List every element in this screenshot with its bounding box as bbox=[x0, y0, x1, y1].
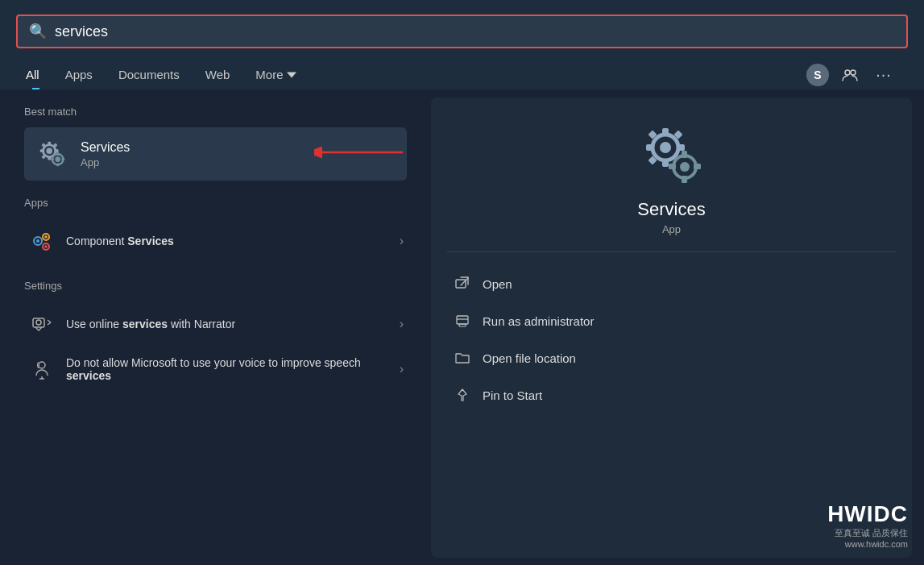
svg-point-34 bbox=[660, 142, 671, 153]
svg-rect-4 bbox=[48, 142, 51, 146]
search-input[interactable] bbox=[55, 23, 895, 40]
right-panel-icon bbox=[640, 122, 704, 186]
svg-point-30 bbox=[39, 362, 45, 368]
watermark: HWIDC 至真至诚 品质保住 www.hwidc.com bbox=[827, 501, 908, 549]
left-panel: Best match bbox=[0, 89, 431, 565]
avatar-button[interactable]: S bbox=[806, 64, 829, 86]
action-open[interactable]: Open bbox=[447, 265, 896, 302]
svg-point-3 bbox=[46, 147, 52, 154]
tabs-row: All Apps Documents Web More S bbox=[16, 60, 908, 89]
chevron-down-icon bbox=[287, 70, 296, 80]
right-panel-divider bbox=[447, 251, 896, 252]
svg-rect-13 bbox=[56, 152, 59, 156]
component-services-item[interactable]: Component Services › bbox=[24, 218, 407, 264]
search-icon: 🔍 bbox=[29, 23, 47, 40]
watermark-tagline: 至真至诚 品质保住 bbox=[827, 527, 908, 539]
svg-point-22 bbox=[44, 235, 48, 239]
tab-more[interactable]: More bbox=[242, 60, 309, 89]
people-icon-button[interactable] bbox=[837, 62, 863, 88]
svg-rect-15 bbox=[51, 158, 54, 160]
svg-rect-46 bbox=[669, 164, 676, 169]
search-bar: 🔍 bbox=[16, 15, 908, 48]
svg-rect-36 bbox=[662, 159, 669, 167]
svg-rect-50 bbox=[457, 316, 468, 324]
best-match-label: Best match bbox=[24, 106, 407, 118]
svg-point-12 bbox=[55, 156, 60, 162]
speech-settings-item[interactable]: Do not allow Microsoft to use your voice… bbox=[24, 347, 407, 392]
svg-line-28 bbox=[48, 322, 51, 325]
svg-rect-5 bbox=[48, 156, 51, 160]
svg-rect-7 bbox=[55, 149, 59, 152]
settings-section-label: Settings bbox=[24, 280, 407, 292]
services-gear-icon bbox=[37, 139, 68, 169]
svg-point-24 bbox=[44, 245, 48, 248]
right-panel-title: Services bbox=[637, 199, 705, 220]
red-arrow-annotation bbox=[314, 136, 411, 172]
watermark-url: www.hwidc.com bbox=[827, 539, 908, 549]
run-admin-label: Run as administrator bbox=[483, 314, 594, 328]
component-services-chevron: › bbox=[400, 234, 404, 248]
narrator-chevron: › bbox=[400, 317, 404, 331]
best-match-info: Services App bbox=[81, 140, 130, 168]
svg-rect-52 bbox=[459, 324, 466, 326]
open-icon bbox=[454, 275, 471, 293]
tabs-right: S ··· bbox=[806, 62, 905, 88]
narrator-settings-item[interactable]: Use online services with Narrator › bbox=[24, 301, 407, 347]
narrator-svg bbox=[30, 312, 54, 336]
tab-apps[interactable]: Apps bbox=[52, 60, 106, 89]
speech-chevron: › bbox=[400, 362, 404, 376]
tab-documents[interactable]: Documents bbox=[106, 60, 193, 89]
action-run-as-admin[interactable]: Run as administrator bbox=[447, 302, 896, 339]
tab-web[interactable]: Web bbox=[193, 60, 243, 89]
svg-point-1 bbox=[851, 70, 856, 75]
svg-rect-45 bbox=[682, 176, 687, 183]
action-open-file-location[interactable]: Open file location bbox=[447, 339, 896, 376]
right-panel: Services App Open bbox=[431, 98, 912, 558]
svg-point-26 bbox=[36, 320, 41, 325]
svg-point-0 bbox=[845, 70, 850, 75]
watermark-brand: HWIDC bbox=[827, 501, 908, 527]
action-list: Open Run as administrator bbox=[447, 265, 896, 413]
action-pin-to-start[interactable]: Pin to Start bbox=[447, 376, 896, 413]
svg-rect-37 bbox=[646, 144, 654, 151]
more-options-button[interactable]: ··· bbox=[871, 62, 897, 88]
component-services-icon bbox=[27, 226, 56, 255]
svg-rect-44 bbox=[682, 151, 687, 158]
folder-icon bbox=[454, 349, 471, 367]
pin-to-start-label: Pin to Start bbox=[483, 388, 542, 402]
right-services-icon bbox=[640, 122, 704, 186]
apps-section: Apps Component Services › bbox=[24, 197, 407, 264]
narrator-settings-text: Use online services with Narrator bbox=[66, 318, 400, 330]
services-icon bbox=[35, 137, 69, 171]
apps-section-label: Apps bbox=[24, 197, 407, 209]
svg-rect-48 bbox=[456, 280, 466, 288]
speech-icon bbox=[27, 355, 56, 384]
right-panel-subtitle: App bbox=[662, 223, 681, 235]
svg-point-20 bbox=[36, 239, 39, 243]
file-location-label: Open file location bbox=[483, 351, 576, 365]
people-icon bbox=[842, 67, 858, 83]
svg-rect-47 bbox=[694, 164, 701, 169]
svg-rect-38 bbox=[677, 144, 685, 151]
settings-section: Settings Use online services with Narrat… bbox=[24, 280, 407, 392]
svg-rect-6 bbox=[40, 149, 44, 152]
pin-icon bbox=[454, 386, 471, 404]
svg-rect-16 bbox=[61, 158, 64, 160]
speech-svg bbox=[30, 357, 54, 381]
svg-rect-35 bbox=[662, 128, 669, 136]
speech-settings-text: Do not allow Microsoft to use your voice… bbox=[66, 356, 400, 382]
tab-all[interactable]: All bbox=[19, 60, 52, 89]
svg-rect-14 bbox=[56, 163, 59, 166]
open-label: Open bbox=[483, 277, 512, 291]
component-services-text: Component Services bbox=[66, 235, 400, 247]
best-match-item[interactable]: Services App bbox=[24, 127, 407, 181]
svg-point-43 bbox=[680, 162, 690, 172]
main-content: Best match bbox=[0, 89, 924, 565]
run-admin-icon bbox=[454, 312, 471, 330]
component-services-gear bbox=[30, 229, 54, 253]
narrator-icon bbox=[27, 310, 56, 339]
